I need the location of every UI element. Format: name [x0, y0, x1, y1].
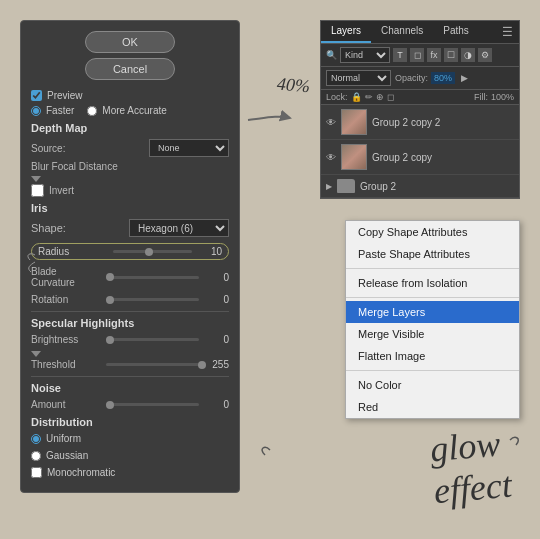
- depth-map-title: Depth Map: [31, 122, 229, 134]
- ok-button[interactable]: OK: [85, 31, 175, 53]
- monochromatic-checkbox[interactable]: [31, 467, 42, 478]
- blur-focal-row: Blur Focal Distance: [31, 161, 229, 172]
- rotation-value: 0: [204, 294, 229, 305]
- threshold-slider[interactable]: [106, 363, 199, 366]
- context-release-isolation[interactable]: Release from Isolation: [346, 272, 519, 294]
- eye-icon-2[interactable]: 👁: [326, 152, 336, 163]
- layer-icon-t[interactable]: T: [393, 48, 407, 62]
- layer-icon-shape[interactable]: ◻: [410, 48, 424, 62]
- monochromatic-row: Monochromatic: [31, 467, 229, 478]
- gaussian-row: Gaussian: [31, 450, 229, 461]
- amount-slider[interactable]: [106, 403, 199, 406]
- layer-item-3[interactable]: ▶ Group 2: [321, 175, 519, 198]
- layer-icon-smart[interactable]: ⚙: [478, 48, 492, 62]
- layer-icon-effect[interactable]: fx: [427, 48, 441, 62]
- layer-thumb-1: [341, 109, 367, 135]
- lock-label: Lock:: [326, 92, 348, 102]
- blur-focal-label: Blur Focal Distance: [31, 161, 194, 172]
- radius-thumb[interactable]: [145, 248, 153, 256]
- rotation-row: Rotation 0: [31, 294, 229, 305]
- annotation-40-percent: 40%: [276, 74, 311, 98]
- blend-row: Normal Opacity: 80% ▶: [321, 67, 519, 90]
- invert-label: Invert: [49, 185, 74, 196]
- blade-curvature-thumb[interactable]: [106, 273, 114, 281]
- uniform-label: Uniform: [46, 433, 81, 444]
- fill-label: Fill:: [474, 92, 488, 102]
- blade-curvature-slider[interactable]: [106, 276, 199, 279]
- layer-icon-mask[interactable]: ☐: [444, 48, 458, 62]
- context-no-color[interactable]: No Color: [346, 374, 519, 396]
- invert-checkbox[interactable]: [31, 184, 44, 197]
- layer-thumb-face-2: [342, 145, 366, 169]
- distribution-title: Distribution: [31, 416, 229, 428]
- context-merge-visible[interactable]: Merge Visible: [346, 323, 519, 345]
- lock-move-icon: ⊕: [376, 92, 384, 102]
- context-menu: Copy Shape Attributes Paste Shape Attrib…: [345, 220, 520, 419]
- layer-item-2[interactable]: 👁 Group 2 copy: [321, 140, 519, 175]
- tab-channels[interactable]: Channels: [371, 21, 433, 43]
- opacity-value[interactable]: 80%: [431, 72, 455, 84]
- faster-radio[interactable]: [31, 106, 41, 116]
- threshold-row: Threshold 255: [31, 359, 229, 370]
- context-flatten-image[interactable]: Flatten Image: [346, 345, 519, 367]
- brightness-row: Brightness 0: [31, 334, 229, 345]
- uniform-radio[interactable]: [31, 434, 41, 444]
- iris-title: Iris: [31, 202, 229, 214]
- shape-select[interactable]: Hexagon (6): [129, 219, 229, 237]
- amount-thumb[interactable]: [106, 401, 114, 409]
- divider-1: [31, 311, 229, 312]
- rotation-thumb[interactable]: [106, 296, 114, 304]
- context-divider-3: [346, 370, 519, 371]
- rotation-label: Rotation: [31, 294, 101, 305]
- cancel-button[interactable]: Cancel: [85, 58, 175, 80]
- opacity-label: Opacity:: [395, 73, 428, 83]
- folder-icon-3: [337, 179, 355, 193]
- layer-item-1[interactable]: 👁 Group 2 copy 2: [321, 105, 519, 140]
- fill-value: 100%: [491, 92, 514, 102]
- tab-paths[interactable]: Paths: [433, 21, 479, 43]
- preview-checkbox[interactable]: [31, 90, 42, 101]
- amount-row: Amount 0: [31, 399, 229, 410]
- context-paste-shape[interactable]: Paste Shape Attributes: [346, 243, 519, 265]
- context-copy-shape[interactable]: Copy Shape Attributes: [346, 221, 519, 243]
- blend-mode-select[interactable]: Normal: [326, 70, 391, 86]
- eye-icon-1[interactable]: 👁: [326, 117, 336, 128]
- lock-brush-icon: ✏: [365, 92, 373, 102]
- context-divider-1: [346, 268, 519, 269]
- tab-layers[interactable]: Layers: [321, 21, 371, 43]
- radius-label: Radius: [38, 246, 108, 257]
- brightness-thumb[interactable]: [106, 336, 114, 344]
- gaussian-radio[interactable]: [31, 451, 41, 461]
- source-label: Source:: [31, 143, 149, 154]
- brightness-label: Brightness: [31, 334, 101, 345]
- blade-curvature-row: Blade Curvature 0: [31, 266, 229, 288]
- threshold-label: Threshold: [31, 359, 101, 370]
- context-red[interactable]: Red: [346, 396, 519, 418]
- triangle-depth: [31, 176, 41, 182]
- more-accurate-radio[interactable]: [87, 106, 97, 116]
- layer-icon-adj[interactable]: ◑: [461, 48, 475, 62]
- panel-menu-icon[interactable]: ☰: [496, 21, 519, 43]
- brightness-slider[interactable]: [106, 338, 199, 341]
- preview-label: Preview: [47, 90, 83, 101]
- gaussian-label: Gaussian: [46, 450, 88, 461]
- lock-icon: 🔒: [351, 92, 362, 102]
- dialog-buttons: OK Cancel: [31, 31, 229, 80]
- amount-label: Amount: [31, 399, 101, 410]
- radius-value: 10: [197, 246, 222, 257]
- source-select[interactable]: None: [149, 139, 229, 157]
- rotation-slider[interactable]: [106, 298, 199, 301]
- triangle-icon-3: ▶: [326, 182, 332, 191]
- preview-row: Preview: [31, 90, 229, 101]
- layer-name-1: Group 2 copy 2: [372, 117, 514, 128]
- threshold-thumb[interactable]: [198, 361, 206, 369]
- layer-name-2: Group 2 copy: [372, 152, 514, 163]
- kind-select[interactable]: Kind: [340, 47, 390, 63]
- layers-tabs: Layers Channels Paths ☰: [321, 21, 519, 44]
- opacity-row: Opacity: 80%: [395, 72, 455, 84]
- specular-title: Specular Highlights: [31, 317, 229, 329]
- context-merge-layers[interactable]: Merge Layers: [346, 301, 519, 323]
- glow-effect-text: glow effect: [429, 422, 514, 512]
- radius-slider[interactable]: [113, 250, 192, 253]
- layer-thumb-face-1: [342, 110, 366, 134]
